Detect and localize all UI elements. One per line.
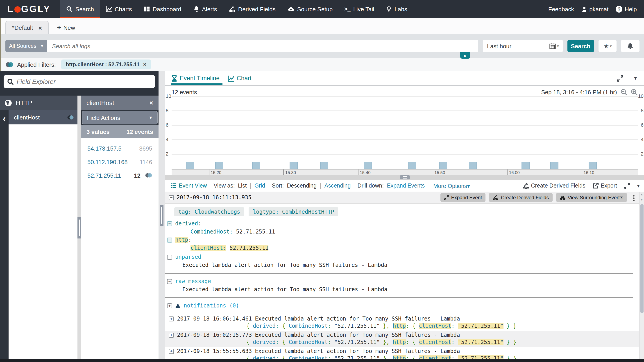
nav-live-tail[interactable]: >_ Live Tail [338,0,380,18]
expand-panel-icon[interactable] [617,75,623,81]
view-list-option[interactable]: List [238,183,247,189]
collapse-rail[interactable]: ‹ [0,110,8,359]
nav-dashboard[interactable]: Dashboard [138,0,187,18]
search-expand-toggle[interactable]: » [460,52,470,59]
notifications-label[interactable]: notifications (0) [184,302,239,309]
expand-event-button[interactable]: Expand Event [440,193,486,202]
nav-help[interactable]: ? Help [616,6,637,13]
loggly-logo[interactable]: LGGLY [0,0,60,18]
collapse-event-icon[interactable]: − [169,195,174,200]
view-surrounding-events-button[interactable]: View Surrounding Events [556,193,627,202]
timeline-bar[interactable] [364,162,372,169]
scroll-down-icon[interactable]: ▼ [640,197,644,202]
tab-chart[interactable]: Chart [228,71,252,85]
section-label[interactable]: raw message [175,278,211,285]
collapse-caret-icon[interactable]: ▾ [637,183,640,188]
value-link[interactable]: 50.112.190.168 [87,158,128,165]
field-explorer-input[interactable] [17,78,151,85]
event-row[interactable]: +2017-09-18 16:06:14.461Executed lambda … [165,315,639,331]
close-tab-icon[interactable]: × [38,24,42,31]
expanded-event-header[interactable]: − 2017-09-18 16:11:13.935 Expand Event C… [165,192,639,204]
value-link[interactable]: 52.71.255.11 [87,172,121,179]
create-derived-fields-button[interactable]: Create Derived Fields [522,183,586,189]
json-segment[interactable]: http [393,339,406,345]
collapse-icon[interactable]: − [167,237,172,242]
json-segment[interactable]: CombinedHost [289,355,328,359]
timeline-bar[interactable] [408,162,416,169]
nav-derived-fields[interactable]: Derived Fields [223,0,282,18]
sort-descending-option[interactable]: Descending [287,183,316,189]
scrollbar-thumb[interactable] [640,204,644,313]
nav-user[interactable]: pkamat [581,6,608,13]
expand-events-link[interactable]: Expand Events [387,183,425,189]
export-button[interactable]: Export [593,183,617,189]
timeline-bar[interactable] [290,162,298,169]
value-row[interactable]: 50.112.190.1681146 [81,155,158,169]
timeline-bar[interactable] [215,162,223,169]
json-segment[interactable]: derived [253,322,276,329]
nav-charts[interactable]: Charts [100,0,138,18]
more-options-link[interactable]: More Options▾ [433,182,470,189]
kebab-menu-icon[interactable] [633,195,634,196]
json-segment[interactable]: CombinedHost [289,339,328,345]
zoom-out-icon[interactable] [620,89,627,95]
nav-source-setup[interactable]: Source Setup [282,0,339,18]
json-segment[interactable]: http [393,355,406,359]
time-range-picker[interactable]: Last hour ▾ [483,40,563,52]
logtype-chip[interactable]: logtype: CombinedHostHTTP [249,207,338,216]
timeline-bar[interactable] [550,162,558,169]
field-name-highlighted[interactable]: http [175,237,188,243]
close-panel-icon[interactable]: × [150,99,153,106]
json-segment[interactable]: clientHost [419,339,452,345]
collapse-icon[interactable]: − [167,254,172,259]
filter-chip[interactable]: http.clientHost : 52.71.255.11 × [61,60,151,70]
panel-resizer[interactable] [78,96,81,359]
main-resizer[interactable] [158,71,165,359]
timeline-bar[interactable] [252,162,260,169]
field-clienthost[interactable]: clientHost [8,110,78,124]
timeline-brush[interactable] [165,175,644,179]
remove-filter-icon[interactable]: × [143,61,146,68]
nav-search[interactable]: Search [60,0,100,18]
alert-bell-button[interactable] [621,40,640,52]
json-segment[interactable]: clientHost [419,322,452,329]
create-derived-fields-button[interactable]: Create Derived Fields [489,193,552,202]
timeline-bar[interactable] [320,162,328,169]
timeline-bar[interactable] [186,162,194,169]
value-row[interactable]: 52.71.255.1112 [81,169,158,182]
event-row[interactable]: +2017-09-18 15:55:55.633Executed lambda … [165,347,639,359]
saved-searches-button[interactable]: ★ ▾ [598,40,617,52]
field-value-highlighted[interactable]: 52.71.255.11 [230,245,268,251]
timeline-bar[interactable] [588,162,596,169]
tag-chip[interactable]: tag: CloudwatchLogs [174,207,244,216]
field-group-http[interactable]: HTTP [0,96,78,110]
nav-labs[interactable]: Labs [380,0,413,18]
timeline-bar[interactable] [468,162,477,169]
expand-event-icon[interactable]: + [169,333,174,338]
json-segment[interactable]: derived [253,339,276,345]
collapse-icon[interactable]: − [167,221,172,226]
zoom-in-icon[interactable] [631,89,638,95]
json-segment[interactable]: CombinedHost [289,322,328,329]
section-label[interactable]: unparsed [175,253,201,261]
search-button[interactable]: Search [568,40,594,52]
field-key-highlighted[interactable]: clientHost: [190,245,226,251]
value-link[interactable]: 54.173.157.5 [87,145,122,152]
expand-event-icon[interactable]: + [169,349,174,354]
vertical-scrollbar[interactable]: ▲ ▼ [639,192,644,359]
json-segment[interactable]: http [393,322,406,329]
nav-feedback[interactable]: Feedback [548,6,574,13]
tab-event-timeline[interactable]: Event Timeline [172,71,220,85]
filter-venn-icon[interactable] [145,173,152,178]
expand-panel-icon[interactable] [624,183,630,189]
value-row[interactable]: 54.173.157.53695 [81,142,158,155]
event-row[interactable]: +2017-09-18 16:02:15.773Executed lambda … [165,331,639,347]
json-segment[interactable]: clientHost [419,355,452,359]
expand-event-icon[interactable]: + [169,317,174,322]
collapse-icon[interactable]: − [167,279,172,284]
timeline-bar[interactable] [521,162,530,169]
sort-ascending-option[interactable]: Ascending [324,183,351,189]
nav-alerts[interactable]: Alerts [187,0,223,18]
collapse-caret-icon[interactable]: ▼ [633,76,638,81]
new-tab-button[interactable]: + New [49,21,83,34]
